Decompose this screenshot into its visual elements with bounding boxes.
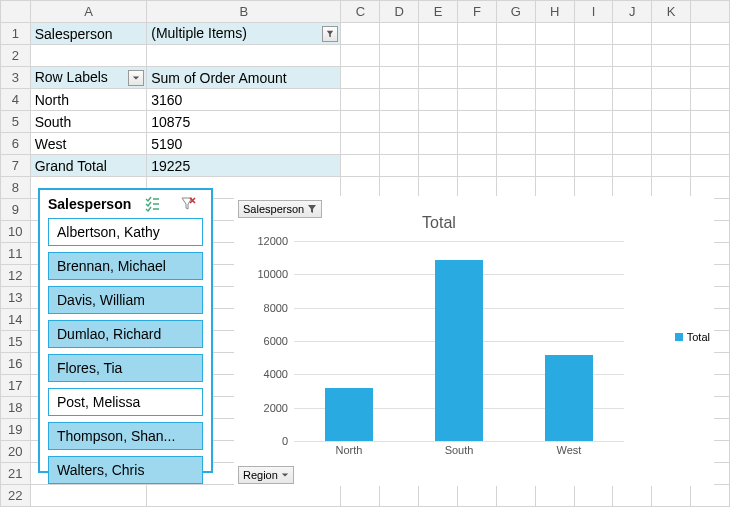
filter-dropdown-icon[interactable] bbox=[322, 26, 338, 42]
row-header-3[interactable]: 3 bbox=[1, 67, 31, 89]
col-header-j[interactable]: J bbox=[613, 1, 652, 23]
slicer-title: Salesperson bbox=[48, 196, 131, 212]
row-header-16[interactable]: 16 bbox=[1, 353, 31, 375]
multi-select-icon[interactable] bbox=[137, 196, 167, 212]
row-header-17[interactable]: 17 bbox=[1, 375, 31, 397]
slicer-item[interactable]: Flores, Tia bbox=[48, 354, 203, 382]
pivot-filter-value: (Multiple Items) bbox=[151, 25, 247, 41]
row-header-2[interactable]: 2 bbox=[1, 45, 31, 67]
pivot-filter-value-cell[interactable]: (Multiple Items) bbox=[147, 23, 341, 45]
pivot-row-label[interactable]: North bbox=[30, 89, 147, 111]
col-header-b[interactable]: B bbox=[147, 1, 341, 23]
chart-title: Total bbox=[234, 214, 644, 232]
pivot-row-labels-header: Row Labels bbox=[35, 69, 108, 85]
row-labels-dropdown-icon[interactable] bbox=[128, 70, 144, 86]
slicer-item[interactable]: Albertson, Kathy bbox=[48, 218, 203, 246]
pivot-value-header[interactable]: Sum of Order Amount bbox=[147, 67, 341, 89]
x-axis: NorthSouthWest bbox=[294, 444, 624, 462]
row-header-1[interactable]: 1 bbox=[1, 23, 31, 45]
y-axis: 020004000600080001000012000 bbox=[254, 241, 292, 441]
chart-axis-button[interactable]: Region bbox=[238, 466, 294, 484]
row-header-14[interactable]: 14 bbox=[1, 309, 31, 331]
col-header-k[interactable]: K bbox=[652, 1, 691, 23]
legend-swatch bbox=[675, 333, 683, 341]
pivot-grand-total-label[interactable]: Grand Total bbox=[30, 155, 147, 177]
col-header-c[interactable]: C bbox=[341, 1, 380, 23]
col-header-i[interactable]: I bbox=[574, 1, 613, 23]
slicer-item[interactable]: Post, Melissa bbox=[48, 388, 203, 416]
row-header-10[interactable]: 10 bbox=[1, 221, 31, 243]
pivot-row-labels-header-cell[interactable]: Row Labels bbox=[30, 67, 147, 89]
row-header-9[interactable]: 9 bbox=[1, 199, 31, 221]
funnel-icon bbox=[307, 204, 317, 214]
col-header-d[interactable]: D bbox=[380, 1, 419, 23]
pivot-filter-field[interactable]: Salesperson bbox=[30, 23, 147, 45]
col-header-h[interactable]: H bbox=[535, 1, 574, 23]
row-header-21[interactable]: 21 bbox=[1, 463, 31, 485]
row-header-11[interactable]: 11 bbox=[1, 243, 31, 265]
pivot-row-value[interactable]: 10875 bbox=[147, 111, 341, 133]
pivot-row-label[interactable]: West bbox=[30, 133, 147, 155]
slicer-item[interactable]: Dumlao, Richard bbox=[48, 320, 203, 348]
row-header-7[interactable]: 7 bbox=[1, 155, 31, 177]
chart-bar bbox=[435, 260, 483, 441]
row-header-13[interactable]: 13 bbox=[1, 287, 31, 309]
col-header-e[interactable]: E bbox=[419, 1, 458, 23]
chart-bar bbox=[545, 355, 593, 442]
col-header-f[interactable]: F bbox=[458, 1, 497, 23]
row-header-20[interactable]: 20 bbox=[1, 441, 31, 463]
row-header-15[interactable]: 15 bbox=[1, 331, 31, 353]
row-header-4[interactable]: 4 bbox=[1, 89, 31, 111]
row-header-12[interactable]: 12 bbox=[1, 265, 31, 287]
col-header-blank[interactable] bbox=[691, 1, 730, 23]
row-header-6[interactable]: 6 bbox=[1, 133, 31, 155]
clear-filter-icon[interactable] bbox=[173, 196, 203, 212]
row-header-18[interactable]: 18 bbox=[1, 397, 31, 419]
slicer-item[interactable]: Walters, Chris bbox=[48, 456, 203, 484]
row-header-19[interactable]: 19 bbox=[1, 419, 31, 441]
pivot-row-value[interactable]: 5190 bbox=[147, 133, 341, 155]
plot-area bbox=[294, 241, 624, 441]
legend-label: Total bbox=[687, 331, 710, 343]
col-header-a[interactable]: A bbox=[30, 1, 147, 23]
col-header-g[interactable]: G bbox=[496, 1, 535, 23]
pivot-row-label[interactable]: South bbox=[30, 111, 147, 133]
pivot-chart[interactable]: Salesperson Region Total 020004000600080… bbox=[234, 196, 714, 486]
row-header-8[interactable]: 8 bbox=[1, 177, 31, 199]
row-header-22[interactable]: 22 bbox=[1, 485, 31, 507]
slicer-item[interactable]: Davis, William bbox=[48, 286, 203, 314]
pivot-row-value[interactable]: 3160 bbox=[147, 89, 341, 111]
chart-bar bbox=[325, 388, 373, 441]
select-all-cell[interactable] bbox=[1, 1, 31, 23]
row-header-5[interactable]: 5 bbox=[1, 111, 31, 133]
chart-legend: Total bbox=[675, 331, 710, 343]
slicer-salesperson[interactable]: Salesperson Albertson, KathyBrennan, Mic… bbox=[38, 188, 213, 473]
slicer-item[interactable]: Thompson, Shan... bbox=[48, 422, 203, 450]
chevron-down-icon bbox=[281, 471, 289, 479]
pivot-grand-total-value[interactable]: 19225 bbox=[147, 155, 341, 177]
slicer-item[interactable]: Brennan, Michael bbox=[48, 252, 203, 280]
